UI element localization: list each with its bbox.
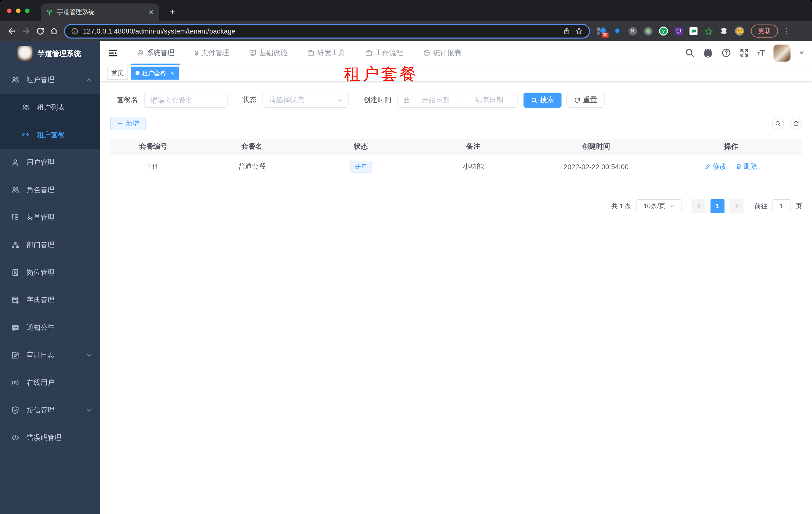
message-icon — [11, 323, 20, 332]
site-info-icon[interactable] — [71, 27, 79, 35]
delete-link[interactable]: 删除 — [735, 162, 757, 171]
top-menu-infra[interactable]: 基础设施 — [244, 41, 293, 65]
sidebar-item-audit-log[interactable]: 审计日志 — [0, 341, 100, 369]
search-icon[interactable] — [685, 48, 695, 58]
sidebar-item-menu-management[interactable]: 菜单管理 — [0, 204, 100, 231]
top-menu-workflow[interactable]: 工作流程 — [360, 41, 409, 65]
url-text[interactable]: 127.0.0.1:48080/admin-ui/system/tenant/p… — [83, 27, 558, 35]
add-button[interactable]: ＋ 新增 — [110, 117, 145, 130]
users-icon — [22, 103, 30, 112]
refresh-table-button[interactable] — [790, 117, 802, 129]
chevron-down-icon — [338, 97, 343, 103]
chrome-update-button[interactable]: 更新 — [751, 25, 778, 37]
sidebar-item-user-management[interactable]: 用户管理 — [0, 148, 100, 176]
current-page-button[interactable]: 1 — [710, 199, 725, 213]
sidebar-item-role-management[interactable]: 角色管理 — [0, 176, 100, 204]
sidebar-item-error-code[interactable]: 错误码管理 — [0, 424, 100, 452]
shield-check-icon — [11, 406, 20, 414]
page-size-value: 10条/页 — [643, 201, 666, 211]
avatar[interactable] — [774, 44, 790, 61]
ext-y-icon[interactable]: y — [659, 27, 668, 35]
sidebar-item-notice[interactable]: 通知公告 — [0, 314, 100, 341]
page-content: 套餐名 状态 请选择状态 创建时间 — [100, 82, 812, 514]
browser-tab[interactable]: 芋道管理系统 ✕ — [41, 3, 159, 21]
sidebar-item-tenant-package[interactable]: 租户套餐 — [0, 121, 100, 148]
edit-link[interactable]: 修改 — [704, 162, 726, 171]
sidebar-logo[interactable]: 芋道管理系统 — [0, 41, 100, 66]
ext-star-icon[interactable] — [704, 27, 713, 35]
question-icon[interactable] — [722, 48, 731, 58]
navbar-right: тT — [685, 44, 804, 61]
fullscreen-icon[interactable] — [740, 48, 749, 58]
ext-shield-icon[interactable] — [674, 27, 683, 35]
chrome-menu-icon[interactable]: ⋮ — [783, 27, 790, 35]
sidebar-item-tenant-management[interactable]: 租户管理 — [0, 66, 100, 93]
next-page-button[interactable] — [729, 199, 744, 213]
new-tab-button[interactable]: + — [166, 5, 179, 19]
sidebar-item-label: 在线用户 — [27, 378, 55, 387]
delete-link-label: 删除 — [744, 162, 757, 171]
minimize-window-button[interactable] — [16, 8, 21, 13]
pagination-total: 共 1 条 — [611, 201, 632, 211]
tag-tenant-package[interactable]: 租户套餐 ✕ — [131, 66, 179, 80]
url-bar[interactable]: 127.0.0.1:48080/admin-ui/system/tenant/p… — [64, 24, 590, 38]
ext-chat-icon[interactable] — [690, 27, 697, 35]
package-table: 套餐编号 套餐名 状态 备注 创建时间 操作 111 普通套餐 — [110, 139, 802, 179]
top-menu-report[interactable]: 统计报表 — [418, 41, 467, 65]
sidebar-item-dept-management[interactable]: 部门管理 — [0, 231, 100, 259]
zoom-window-button[interactable] — [25, 8, 29, 13]
search-button[interactable]: 搜索 — [523, 92, 561, 108]
tag-home[interactable]: 首页 — [107, 66, 128, 80]
sidebar-collapse-icon[interactable] — [108, 48, 118, 58]
table-header-row: 套餐编号 套餐名 状态 备注 创建时间 操作 — [110, 139, 802, 155]
app-root: 芋道管理系统 租户管理 租 — [0, 41, 812, 514]
sidebar-item-label: 租户套餐 — [37, 130, 65, 139]
users-icon — [11, 76, 20, 84]
sidebar: 芋道管理系统 租户管理 租 — [0, 41, 100, 514]
tab-close-icon[interactable]: ✕ — [148, 8, 154, 16]
col-package-name: 套餐名 — [197, 139, 307, 155]
col-created: 创建时间 — [532, 139, 660, 155]
prev-page-button[interactable] — [692, 199, 705, 213]
sidebar-item-tenant-list[interactable]: 租户列表 — [0, 93, 100, 121]
package-name-input[interactable] — [144, 92, 228, 108]
reload-icon[interactable] — [33, 24, 47, 38]
tags-bar: 首页 租户套餐 ✕ — [100, 65, 812, 82]
plus-icon: ＋ — [116, 119, 123, 128]
sidebar-item-online-users[interactable]: 在线用户 — [0, 369, 100, 397]
tag-close-icon[interactable]: ✕ — [170, 70, 174, 76]
goto-page-input[interactable] — [773, 199, 790, 213]
share-icon[interactable] — [563, 27, 571, 35]
ext-gem-icon[interactable] — [612, 27, 621, 35]
ext-smiley-icon[interactable] — [735, 27, 744, 35]
font-size-icon[interactable]: тT — [757, 48, 765, 57]
avatar-caret-icon[interactable] — [799, 51, 804, 54]
reset-button[interactable]: 重置 — [567, 92, 605, 108]
date-range-picker[interactable]: 开始日期 - 结束日期 — [398, 92, 518, 108]
top-menu-pay[interactable]: ¥ 支付管理 — [189, 41, 235, 65]
ext-recorder-icon[interactable] — [643, 27, 652, 35]
ext-tabs-icon[interactable]: 10 — [597, 27, 606, 35]
search-icon — [531, 97, 538, 103]
extensions-puzzle-icon[interactable] — [720, 27, 728, 35]
page-size-select[interactable]: 10条/页 — [637, 199, 682, 213]
show-search-button[interactable] — [772, 117, 784, 129]
favicon-seedling-icon — [46, 9, 53, 16]
forward-icon[interactable] — [19, 24, 33, 38]
ext-command-icon[interactable]: ⌘ — [628, 27, 637, 35]
bookmark-star-icon[interactable] — [575, 27, 583, 35]
top-menu-system[interactable]: 系统管理 — [131, 41, 180, 65]
sidebar-item-dict-management[interactable]: 字典管理 — [0, 286, 100, 314]
top-menu-dev-tools[interactable]: 研发工具 — [302, 41, 351, 65]
sidebar-item-post-management[interactable]: 岗位管理 — [0, 259, 100, 286]
calendar-icon — [403, 97, 410, 104]
home-icon[interactable] — [47, 24, 61, 38]
close-window-button[interactable] — [7, 8, 11, 13]
sidebar-item-label: 菜单管理 — [27, 213, 55, 222]
github-icon[interactable] — [703, 48, 713, 58]
sidebar-item-sms-management[interactable]: 短信管理 — [0, 397, 100, 424]
status-select[interactable]: 请选择状态 — [262, 92, 348, 108]
org-tree-icon — [11, 241, 20, 249]
chevron-down-icon — [86, 352, 91, 358]
back-icon[interactable] — [5, 24, 19, 38]
